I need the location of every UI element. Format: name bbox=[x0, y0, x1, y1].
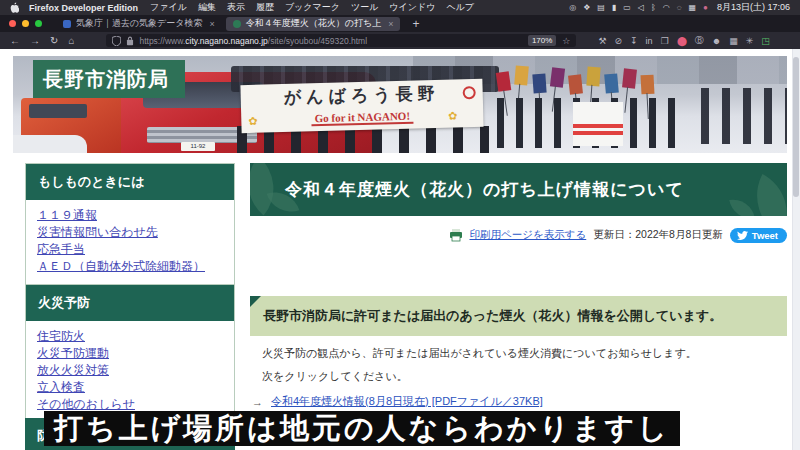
url-path: /site/syoubou/459320.html bbox=[268, 36, 367, 46]
sidebar-section-title: もしものときには bbox=[26, 164, 234, 200]
extensions-icon[interactable]: ▦ bbox=[729, 36, 738, 46]
settings-icon[interactable]: ✳ bbox=[746, 36, 754, 46]
twitter-bird-icon bbox=[737, 230, 748, 241]
adblock-icon[interactable]: ⊘ bbox=[615, 36, 623, 46]
shield-icon[interactable] bbox=[112, 36, 121, 46]
reader-icon[interactable]: ❐ bbox=[661, 36, 669, 46]
linkedin-icon[interactable]: in bbox=[646, 36, 653, 46]
bookmark-star-icon[interactable]: ☆ bbox=[562, 36, 570, 46]
menu-help[interactable]: ヘルプ bbox=[446, 1, 474, 14]
banner-text-japanese: がんばろう長野 bbox=[240, 81, 483, 110]
jma-favicon-icon bbox=[63, 20, 71, 28]
photo-podium bbox=[573, 102, 623, 146]
menu-view[interactable]: 表示 bbox=[227, 1, 245, 14]
pill-icon[interactable]: ● bbox=[703, 3, 708, 12]
app-menu-title[interactable]: Firefox Developer Edition bbox=[29, 3, 138, 13]
updated-date: 更新日：2022年8月8日更新 bbox=[593, 228, 723, 242]
reload-button[interactable]: ↻ bbox=[50, 35, 58, 46]
search-icon[interactable]: ◌ bbox=[677, 3, 682, 12]
page-title: 令和４年度煙火（花火）の打ち上げ情報について bbox=[285, 178, 684, 201]
bluetooth-icon[interactable]: ᛒ bbox=[651, 3, 656, 12]
zoom-window-button[interactable] bbox=[35, 20, 42, 27]
header-photo: 11-92 がんばろう長野 Go for it NAGANO! ✿ ✿ bbox=[13, 56, 787, 153]
zoom-level-badge[interactable]: 170% bbox=[528, 35, 556, 46]
license-plate: 11-92 bbox=[181, 142, 215, 151]
sidebar-links: １１９通報 災害情報問い合わせ先 応急手当 ＡＥＤ（自動体外式除細動器） bbox=[26, 200, 234, 284]
menubar-status-icons: ◎ ❖ ▤ ▮ ▭ ◁ ᛒ ◠ ◌ ▦ ● bbox=[562, 3, 708, 12]
sidebar-link-first-aid[interactable]: 応急手当 bbox=[37, 241, 223, 258]
sidebar-link-aed[interactable]: ＡＥＤ（自動体外式除細動器） bbox=[37, 258, 223, 275]
tweet-button[interactable]: Tweet bbox=[730, 228, 787, 243]
highlight-text: 長野市消防局に許可または届出のあった煙火（花火）情報を公開しています。 bbox=[263, 307, 722, 325]
highlight-box: 長野市消防局に許可または届出のあった煙火（花火）情報を公開しています。 bbox=[250, 296, 787, 336]
screen: Firefox Developer Edition ファイル 編集 表示 履歴 … bbox=[0, 0, 800, 450]
extension-toolbar: ⚒ ⊘ ↧ in ❐ ⬤ Ⓑ ☻ ▦ ✳ ◳ bbox=[590, 34, 769, 47]
body-paragraph: 次をクリックしてください。 bbox=[262, 369, 408, 384]
sidebar-section-fire-prevention: 火災予防 住宅防火 火災予防運動 放火火災対策 立入検査 その他のおしらせ bbox=[25, 284, 235, 423]
menu-file[interactable]: ファイル bbox=[150, 1, 187, 14]
page-meta-row: 印刷用ページを表示する 更新日：2022年8月8日更新 Tweet bbox=[250, 227, 787, 243]
home-button[interactable]: ⌂ bbox=[68, 35, 74, 46]
menu-history[interactable]: 履歴 bbox=[256, 1, 274, 14]
fireworks-pdf-link[interactable]: 令和4年度煙火情報(8月8日現在) [PDFファイル／37KB] bbox=[271, 394, 543, 409]
sidebar-toggle-icon[interactable]: ◳ bbox=[761, 36, 770, 46]
macos-menubar: Firefox Developer Edition ファイル 編集 表示 履歴 … bbox=[0, 0, 800, 15]
sidebar-section-emergency: もしものときには １１９通報 災害情報問い合わせ先 応急手当 ＡＥＤ（自動体外式… bbox=[25, 163, 235, 285]
scrollbar-thumb[interactable] bbox=[793, 57, 799, 197]
download-icon[interactable]: ↧ bbox=[630, 36, 638, 46]
back-button[interactable]: ← bbox=[10, 35, 20, 46]
site-name-label: 長野市消防局 bbox=[33, 60, 185, 98]
account-icon[interactable]: ☻ bbox=[712, 36, 721, 46]
url-bar[interactable]: https://www.city.nagano.nagano.jp/site/s… bbox=[106, 34, 576, 47]
stats-icon[interactable]: ❖ bbox=[583, 3, 590, 12]
display-icon[interactable]: ▭ bbox=[623, 3, 631, 12]
photo-spectators bbox=[701, 88, 787, 144]
sidebar-link-arson[interactable]: 放火火災対策 bbox=[37, 362, 223, 379]
apple-menu-icon[interactable] bbox=[10, 2, 19, 13]
volume-icon[interactable]: ◁ bbox=[638, 3, 644, 12]
menu-edit[interactable]: 編集 bbox=[198, 1, 216, 14]
sidebar-link-disaster-contact[interactable]: 災害情報問い合わせ先 bbox=[37, 224, 223, 241]
printer-icon bbox=[449, 229, 463, 242]
parade-banner: がんばろう長野 Go for it NAGANO! ✿ ✿ bbox=[240, 79, 483, 133]
flower-icon: ✿ bbox=[248, 115, 258, 128]
sidebar-link-inspection[interactable]: 立入検査 bbox=[37, 379, 223, 396]
banner-text-english: Go for it NAGANO! bbox=[311, 110, 413, 127]
tab-close-icon[interactable]: × bbox=[209, 19, 214, 29]
new-tab-button[interactable]: + bbox=[412, 17, 419, 31]
pocket-icon[interactable]: ⬤ bbox=[677, 36, 687, 46]
menu-bookmarks[interactable]: ブックマーク bbox=[285, 1, 340, 14]
tab-fireworks-info[interactable]: 令和４年度煙火（花火）の打ち上 × bbox=[226, 17, 401, 31]
menu-tools[interactable]: ツール bbox=[351, 1, 378, 14]
window-icon[interactable]: ▤ bbox=[597, 3, 605, 12]
forward-button[interactable]: → bbox=[30, 35, 40, 46]
minimize-window-button[interactable] bbox=[22, 20, 29, 27]
close-window-button[interactable] bbox=[9, 20, 16, 27]
url-host: city.nagano.nagano.jp bbox=[185, 36, 268, 46]
wifi-icon[interactable]: ◠ bbox=[663, 3, 670, 12]
record-icon[interactable]: ◎ bbox=[569, 3, 576, 12]
tab-title: 気象庁｜過去の気象データ検索 bbox=[76, 17, 202, 30]
input-source-icon[interactable]: ▦ bbox=[689, 3, 697, 12]
menubar-clock[interactable]: 8月13日(土) 17:06 bbox=[717, 1, 790, 14]
page-title-band: 令和４年度煙火（花火）の打ち上げ情報について bbox=[250, 163, 787, 216]
lock-icon[interactable] bbox=[126, 36, 134, 46]
menu-window[interactable]: ウインドウ bbox=[389, 1, 435, 14]
print-page-link[interactable]: 印刷用ページを表示する bbox=[470, 228, 587, 242]
tab-close-icon[interactable]: × bbox=[388, 19, 393, 29]
flower-icon: ✿ bbox=[448, 110, 458, 123]
sidebar-link-fire-prevention-campaign[interactable]: 火災予防運動 bbox=[37, 345, 223, 362]
sidebar-link-home-fire[interactable]: 住宅防火 bbox=[37, 328, 223, 345]
battery-icon[interactable]: ▮ bbox=[612, 3, 616, 12]
webpage: 11-92 がんばろう長野 Go for it NAGANO! ✿ ✿ bbox=[0, 49, 800, 450]
tab-title: 令和４年度煙火（花火）の打ち上 bbox=[246, 17, 381, 30]
tweet-button-label: Tweet bbox=[752, 230, 778, 241]
pdf-link-row: → 令和4年度煙火情報(8月8日現在) [PDFファイル／37KB] bbox=[252, 394, 543, 409]
tab-jma-weather[interactable]: 気象庁｜過去の気象データ検索 × bbox=[56, 17, 222, 31]
photo-white-car bbox=[13, 135, 87, 153]
list-arrow-icon: → bbox=[252, 396, 263, 408]
page-scrollbar[interactable] bbox=[792, 49, 800, 450]
sidebar-link-119[interactable]: １１９通報 bbox=[37, 207, 223, 224]
bitwarden-icon[interactable]: Ⓑ bbox=[695, 34, 704, 47]
devtools-icon[interactable]: ⚒ bbox=[598, 36, 606, 46]
